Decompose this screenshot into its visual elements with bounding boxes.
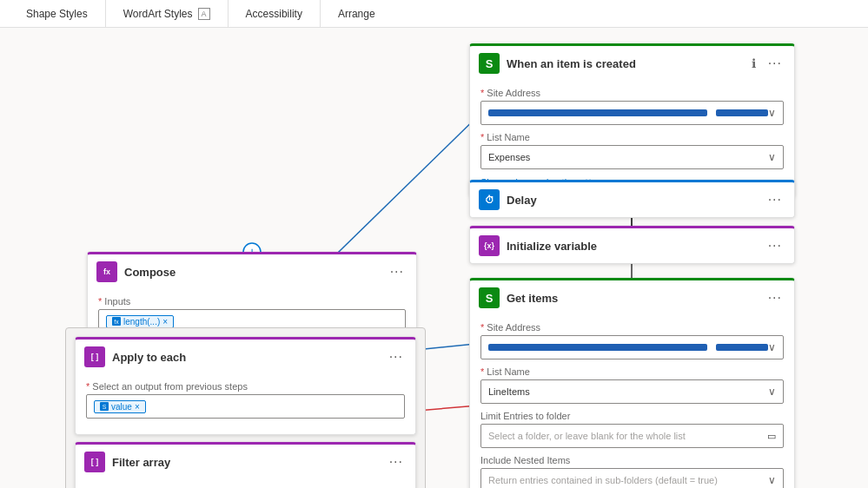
getitems-more-btn[interactable]: ··· [765, 288, 785, 307]
getitems-card-body: * Site Address ∨ * List Name LineItems ∨ [470, 315, 794, 488]
toolbar-accessibility: Accessibility [229, 0, 321, 27]
apply-select-tag: S value × [94, 400, 146, 413]
gi-site-address-label: * Site Address [480, 322, 784, 333]
gi-site-address-chevron: ∨ [768, 341, 776, 353]
wordart-icon: A [198, 8, 210, 20]
apply-container: [ ] Apply to each ··· * Select an output… [65, 327, 426, 488]
list-name-input[interactable]: Expenses ∨ [480, 145, 784, 169]
gi-list-name-input[interactable]: LineItems ∨ [480, 379, 784, 404]
toolbar-wordart-styles: WordArt Styles A [106, 0, 229, 27]
gi-include-nested-input[interactable]: Return entries contained in sub-folders … [480, 468, 784, 488]
getitems-title: Get items [507, 292, 765, 305]
compose-inputs-tag-icon: fx [112, 317, 121, 326]
trigger-icon: S [479, 53, 500, 74]
gi-list-name-chevron: ∨ [768, 386, 776, 398]
variable-card-header: {x} Initialize variable ··· [470, 228, 794, 263]
apply-actions[interactable]: ··· [386, 347, 407, 366]
gi-list-name-value: LineItems [488, 386, 768, 397]
list-name-field: * List Name Expenses ∨ [480, 132, 784, 169]
getitems-card: S Get items ··· * Site Address ∨ * List … [469, 278, 795, 488]
gi-list-name-field: * List Name LineItems ∨ [480, 366, 784, 404]
site-address-chevron: ∨ [768, 107, 776, 119]
apply-more-btn[interactable]: ··· [386, 347, 407, 366]
trigger-card-header: S When an item is created ℹ ··· [470, 46, 794, 81]
getitems-card-header: S Get items ··· [470, 280, 794, 315]
delay-more-btn[interactable]: ··· [765, 190, 785, 209]
variable-more-btn[interactable]: ··· [765, 236, 785, 255]
gi-limit-entries-select[interactable]: Select a folder, or leave blank for the … [480, 424, 784, 448]
apply-title: Apply to each [112, 351, 386, 364]
filter-more-btn[interactable]: ··· [386, 452, 407, 472]
gi-include-nested-field: Include Nested Items Return entries cont… [480, 455, 784, 488]
filter-card-header: [ ] Filter array ··· [76, 445, 415, 479]
apply-select-label: * Select an output from previous steps [86, 381, 405, 392]
gi-limit-entries-label: Limit Entries to folder [480, 411, 784, 421]
apply-select-input[interactable]: S value × [86, 394, 405, 419]
gi-site-address-redacted [488, 344, 707, 351]
site-address-redacted [488, 109, 707, 116]
canvas: + + S When an item is created ℹ ··· * Si… [0, 28, 868, 488]
trigger-more-btn[interactable]: ··· [765, 54, 785, 73]
gi-site-address-field: * Site Address ∨ [480, 322, 784, 359]
apply-select-field: * Select an output from previous steps S… [86, 381, 405, 419]
getitems-actions[interactable]: ··· [765, 288, 785, 307]
trigger-actions[interactable]: ℹ ··· [748, 54, 785, 73]
filter-card: [ ] Filter array ··· * From S value × [75, 442, 416, 488]
compose-icon: fx [96, 261, 117, 282]
compose-more-btn[interactable]: ··· [387, 262, 407, 281]
gi-limit-entries-field: Limit Entries to folder Select a folder,… [480, 411, 784, 448]
delay-actions[interactable]: ··· [765, 190, 785, 209]
gi-limit-entries-icon: ▭ [767, 431, 776, 442]
gi-site-address-input[interactable]: ∨ [480, 335, 784, 359]
gi-limit-entries-placeholder: Select a folder, or leave blank for the … [488, 431, 767, 441]
filter-title: Filter array [112, 456, 386, 469]
toolbar: Shape Styles WordArt Styles A Accessibil… [0, 0, 868, 28]
apply-card-body: * Select an output from previous steps S… [76, 374, 415, 434]
delay-icon: ⏱ [479, 189, 500, 210]
delay-title: Delay [507, 194, 765, 207]
trigger-info-btn[interactable]: ℹ [748, 55, 759, 72]
variable-title: Initialize variable [507, 240, 765, 253]
gi-list-name-label: * List Name [480, 366, 784, 377]
variable-card: {x} Initialize variable ··· [469, 226, 795, 264]
trigger-card: S When an item is created ℹ ··· * Site A… [469, 43, 795, 197]
filter-card-body: * From S value × S ID [76, 479, 415, 488]
site-address-label: * Site Address [480, 88, 784, 98]
apply-icon: [ ] [84, 346, 105, 367]
compose-card-header: fx Compose ··· [88, 254, 416, 289]
toolbar-arrange: Arrange [321, 0, 393, 27]
delay-card-header: ⏱ Delay ··· [470, 182, 794, 217]
compose-inputs-tag-close[interactable]: × [162, 317, 168, 326]
filter-actions[interactable]: ··· [386, 452, 407, 472]
compose-inputs-label: * Inputs [98, 296, 406, 307]
apply-select-tag-close[interactable]: × [135, 402, 140, 412]
site-address-redacted-2 [716, 109, 768, 116]
apply-select-tag-icon: S [100, 402, 109, 411]
compose-inputs-tag: fx length(...) × [106, 315, 174, 328]
gi-include-nested-placeholder: Return entries contained in sub-folders … [488, 475, 768, 485]
gi-include-nested-chevron: ∨ [768, 474, 776, 486]
gi-include-nested-label: Include Nested Items [480, 455, 784, 465]
variable-icon: {x} [479, 235, 500, 256]
gi-site-address-redacted-2 [716, 344, 768, 351]
list-name-value: Expenses [488, 152, 768, 162]
apply-card: [ ] Apply to each ··· * Select an output… [75, 337, 416, 435]
delay-card: ⏱ Delay ··· [469, 180, 795, 218]
compose-actions[interactable]: ··· [387, 262, 407, 281]
getitems-icon: S [479, 287, 500, 308]
site-address-input[interactable]: ∨ [480, 101, 784, 125]
list-name-chevron: ∨ [768, 151, 776, 163]
list-name-label: * List Name [480, 132, 784, 142]
filter-icon: [ ] [84, 452, 105, 472]
toolbar-shape-styles: Shape Styles [9, 0, 106, 27]
compose-title: Compose [124, 266, 387, 279]
variable-actions[interactable]: ··· [765, 236, 785, 255]
apply-card-header: [ ] Apply to each ··· [76, 340, 415, 374]
site-address-field: * Site Address ∨ [480, 88, 784, 125]
trigger-title: When an item is created [507, 57, 748, 70]
